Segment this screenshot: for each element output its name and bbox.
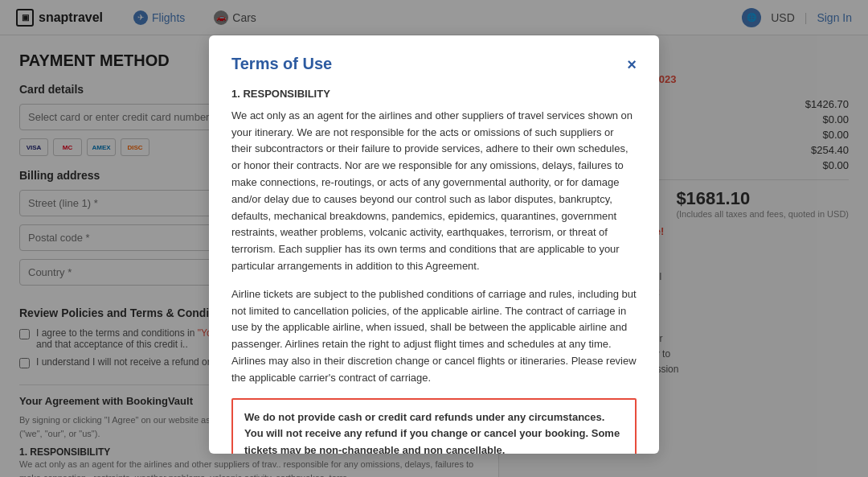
modal-highlight-box: We do not provide cash or credit card re… — [231, 398, 637, 454]
modal-close-button[interactable]: × — [627, 56, 637, 72]
modal-body: 1. RESPONSIBILITY We act only as an agen… — [231, 86, 637, 454]
modal-overlay: Terms of Use × 1. RESPONSIBILITY We act … — [0, 0, 868, 477]
modal-title: Terms of Use — [231, 55, 332, 73]
modal-header: Terms of Use × — [231, 55, 637, 73]
terms-modal: Terms of Use × 1. RESPONSIBILITY We act … — [209, 35, 659, 454]
modal-section1-text: We act only as an agent for the airlines… — [231, 108, 637, 275]
modal-section2-text: Airline tickets are subject to the publi… — [231, 286, 637, 387]
modal-section1-title: 1. RESPONSIBILITY — [231, 86, 637, 103]
